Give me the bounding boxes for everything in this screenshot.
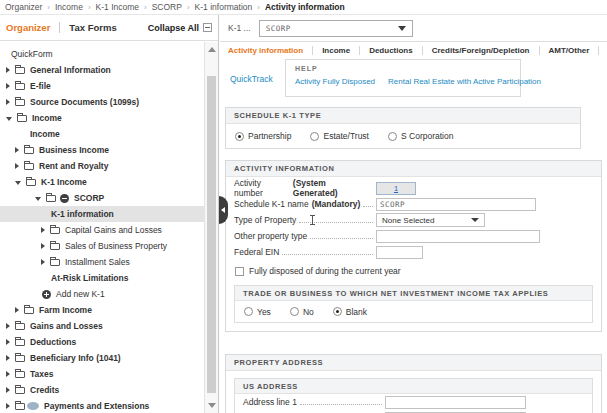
k1-type-option-partnership[interactable]: Partnership [235, 131, 291, 141]
tab-amt-other[interactable]: AMT/Other [540, 46, 599, 55]
tree-item-business-income[interactable]: Business Income [0, 142, 204, 158]
remove-circle-icon[interactable] [60, 194, 69, 203]
field-label-text: Address line 1 [243, 397, 297, 407]
add-circle-icon[interactable] [42, 290, 51, 299]
tree-item-source-documents-1099s-[interactable]: Source Documents (1099s) [0, 94, 204, 110]
k1-select-dropdown[interactable]: SCORP [259, 20, 413, 37]
caret-down-icon[interactable] [15, 181, 21, 185]
breadcrumb-item[interactable]: Organizer [5, 2, 42, 12]
breadcrumb-separator-icon: › [47, 3, 50, 12]
addr1-input[interactable] [385, 396, 526, 409]
tree-item-deductions[interactable]: Deductions [0, 334, 204, 350]
scroll-up-icon[interactable] [208, 47, 216, 52]
tree-item-farm-income[interactable]: Farm Income [0, 302, 204, 318]
radio-icon[interactable] [244, 307, 253, 316]
tab-sus[interactable]: Sus [599, 46, 607, 55]
tree-item-label: K-1 information [51, 209, 114, 219]
caret-right-icon[interactable] [6, 387, 10, 393]
caret-right-icon[interactable] [15, 147, 19, 153]
tree-item-rent-and-royalty[interactable]: Rent and Royalty [0, 158, 204, 174]
k1-type-option-s-corporation[interactable]: S Corporation [388, 131, 453, 141]
niit-option-yes[interactable]: Yes [244, 307, 271, 317]
breadcrumb-item[interactable]: K-1 Income [96, 2, 139, 12]
tree-item-credits[interactable]: Credits [0, 382, 204, 398]
radio-icon[interactable] [333, 307, 342, 316]
caret-right-icon[interactable] [6, 67, 10, 73]
tab-credits-foreign-depletion[interactable]: Credits/Foreign/Depletion [423, 46, 539, 55]
folder-icon [15, 83, 25, 90]
organizer-tree: QuickFormGeneral InformationE-fileSource… [0, 42, 204, 413]
caret-right-icon[interactable] [6, 83, 10, 89]
help-link[interactable]: Rental Real Estate with Active Participa… [388, 77, 541, 86]
tree-item-k-1-income[interactable]: K-1 Income [0, 174, 204, 190]
breadcrumb-separator-icon: › [257, 3, 260, 12]
caret-right-icon[interactable] [6, 403, 10, 409]
tree-item-beneficiary-info-1041-[interactable]: Beneficiary Info (1041) [0, 350, 204, 366]
radio-icon[interactable] [388, 132, 397, 141]
type_of_property-dropdown[interactable]: None Selected [376, 213, 485, 227]
fully-disposed-checkbox[interactable] [235, 267, 244, 276]
tree-item-scorp[interactable]: SCORP [0, 190, 204, 206]
tree-item-k-1-information[interactable]: K-1 information [0, 206, 204, 222]
caret-right-icon[interactable] [15, 163, 19, 169]
folder-icon [17, 115, 27, 122]
caret-down-icon[interactable] [6, 117, 12, 121]
breadcrumb-item[interactable]: Income [55, 2, 83, 12]
tree-item-gains-and-losses[interactable]: Gains and Losses [0, 318, 204, 334]
k1-type-option-estate-trust[interactable]: Estate/Trust [310, 131, 369, 141]
caret-right-icon[interactable] [6, 371, 10, 377]
scroll-down-icon[interactable] [208, 403, 216, 408]
radio-icon[interactable] [310, 132, 319, 141]
tree-item-sales-of-business-property[interactable]: Sales of Business Property [0, 238, 204, 254]
sidebar-tab-tax-forms[interactable]: Tax Forms [69, 22, 116, 33]
caret-right-icon[interactable] [6, 339, 10, 345]
help-link[interactable]: Activity Fully Disposed [295, 77, 375, 86]
k1_name-input[interactable]: SCORP [376, 198, 536, 211]
tree-item-installment-sales[interactable]: Installment Sales [0, 254, 204, 270]
caret-right-icon[interactable] [6, 99, 10, 105]
dotted-leader [299, 216, 373, 223]
sidebar-scrollbar[interactable] [204, 42, 218, 413]
caret-right-icon[interactable] [41, 227, 45, 233]
activity-information-header: ACTIVITY INFORMATION [226, 161, 601, 177]
caret-right-icon[interactable] [6, 355, 10, 361]
federal_ein-input[interactable] [376, 246, 423, 259]
caret-down-icon[interactable] [35, 197, 41, 201]
caret-right-icon[interactable] [15, 307, 19, 313]
tree-item-add-new-k-1[interactable]: Add new K-1 [0, 286, 204, 302]
tree-item-quickform[interactable]: QuickForm [0, 46, 204, 62]
tree-item-general-information[interactable]: General Information [0, 62, 204, 78]
tree-item-capital-gains-and-losses[interactable]: Capital Gains and Losses [0, 222, 204, 238]
scrollbar-thumb[interactable] [207, 76, 216, 393]
collapse-all-button[interactable]: Collapse All [148, 23, 212, 33]
tree-item-taxes[interactable]: Taxes [0, 366, 204, 382]
sidebar-tab-organizer[interactable]: Organizer [6, 22, 50, 33]
tab-activity-information[interactable]: Activity information [228, 46, 312, 55]
tab-deductions[interactable]: Deductions [360, 46, 422, 55]
tab-income[interactable]: Income [313, 46, 359, 55]
field-label-type_of_property: Type of Property [234, 215, 376, 225]
quicktrack-link[interactable]: QuickTrack [230, 74, 273, 84]
breadcrumb-item[interactable]: SCORP [152, 2, 182, 12]
tree-item-at-risk-limitations[interactable]: At-Risk Limitations [0, 270, 204, 286]
caret-right-icon[interactable] [6, 323, 10, 329]
tree-item-payments-and-extensions[interactable]: Payments and Extensions [0, 398, 204, 413]
radio-icon[interactable] [290, 307, 299, 316]
other_property_type-input[interactable] [376, 230, 540, 243]
field-label-activity_number: Activity number(System Generated) [234, 178, 376, 198]
caret-right-icon[interactable] [41, 259, 45, 265]
caret-down-icon [471, 218, 479, 222]
radio-icon[interactable] [235, 132, 244, 141]
niit-option-blank[interactable]: Blank [333, 307, 367, 317]
niit-options: YesNoBlank [235, 301, 592, 322]
payments-icon [27, 402, 39, 410]
tree-item-income[interactable]: Income [0, 110, 204, 126]
niit-option-no[interactable]: No [290, 307, 314, 317]
field-label-federal_ein: Federal EIN [234, 247, 376, 257]
tree-item-label: K-1 Income [41, 177, 87, 187]
tree-item-income[interactable]: Income [0, 126, 204, 142]
breadcrumb-item[interactable]: K-1 information [195, 2, 253, 12]
tree-item-e-file[interactable]: E-file [0, 78, 204, 94]
caret-right-icon[interactable] [41, 243, 45, 249]
tree-item-label: SCORP [74, 193, 104, 203]
